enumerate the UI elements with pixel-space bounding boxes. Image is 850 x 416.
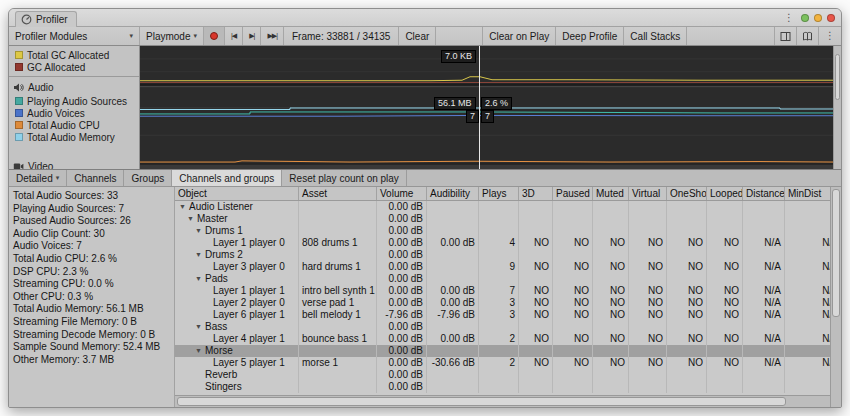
vertical-scrollbar[interactable] (830, 187, 841, 407)
column-header[interactable]: Paused (553, 187, 593, 200)
table-row[interactable]: ▼ Layer 3 player 0 hard drums 1 0.00 dB … (175, 261, 830, 273)
mindist-cell (785, 249, 830, 261)
profiler-chart[interactable]: 7.0 KB 56.1 MB 2.6 % 7 7 (140, 46, 833, 169)
column-header[interactable]: OneShot (667, 187, 707, 200)
mindist-cell: N/A (785, 237, 830, 249)
column-header[interactable]: Asset (299, 187, 377, 200)
table-row[interactable]: ▼ Drums 2 0.00 dB (175, 249, 830, 261)
foldout-arrow-icon[interactable]: ▼ (195, 225, 205, 237)
record-button[interactable] (204, 27, 225, 45)
table-row[interactable]: ▼ Pads 0.00 dB (175, 273, 830, 285)
profiler-modules-dropdown[interactable]: Profiler Modules▾ (9, 27, 140, 45)
legend-item[interactable]: Playing Audio Sources (9, 95, 139, 107)
plays-cell (479, 213, 519, 225)
distance-cell: N/A (743, 357, 785, 369)
column-header[interactable]: Looped (707, 187, 743, 200)
foldout-arrow-icon[interactable]: ▼ (195, 249, 205, 261)
next-frame-button[interactable]: ▶| (243, 27, 261, 45)
details-tab[interactable]: Channels and groups ▾ (172, 170, 282, 186)
context-menu-button[interactable]: ⋮ (819, 27, 841, 45)
column-header[interactable]: Object (175, 187, 299, 200)
3d-cell (519, 213, 553, 225)
table-row[interactable]: ▼ Layer 1 player 1 intro bell synth 1 0.… (175, 285, 830, 297)
legend-item[interactable]: Total Audio Memory (9, 131, 139, 143)
table-row[interactable]: ▼ Reverb 0.00 dB (175, 369, 830, 381)
column-header[interactable]: 3D (519, 187, 553, 200)
column-header[interactable]: Distance (743, 187, 785, 200)
table-row[interactable]: ▼ Layer 5 player 1 morse 1 0.00 dB -30.6… (175, 357, 830, 369)
horizontal-scrollbar[interactable] (175, 395, 830, 407)
legend-item[interactable]: Audio Voices (9, 107, 139, 119)
volume-cell: 0.00 dB (377, 357, 427, 369)
distance-cell: N/A (743, 237, 785, 249)
audibility-cell: 0.00 dB (427, 297, 479, 309)
table-row[interactable]: ▼ Drums 1 0.00 dB (175, 225, 830, 237)
table-row[interactable]: ▼ Master 0.00 dB (175, 213, 830, 225)
column-header[interactable]: Muted (593, 187, 629, 200)
legend-item[interactable]: Total GC Allocated (9, 49, 139, 61)
deep-profile-toggle[interactable]: Deep Profile (556, 27, 624, 45)
foldout-arrow-icon[interactable]: ▼ (195, 273, 205, 285)
current-frame-button[interactable]: ▶▶| (261, 27, 284, 45)
manual-button[interactable] (797, 27, 819, 45)
details-tab[interactable]: Groups ▾ (124, 170, 172, 186)
scrollbar-thumb[interactable] (177, 397, 786, 406)
plays-cell (479, 321, 519, 333)
column-header[interactable]: Plays (479, 187, 519, 200)
playmode-dropdown[interactable]: Playmode▾ (140, 27, 204, 45)
table-row[interactable]: ▼ Layer 4 player 1 bounce bass 1 0.00 dB… (175, 333, 830, 345)
distance-cell (743, 225, 785, 237)
looped-cell: NO (707, 309, 743, 321)
looped-cell (707, 345, 743, 357)
column-header[interactable]: Audibility (427, 187, 479, 200)
stat-line: Streaming CPU: 0.0 % (13, 278, 174, 291)
details-tab[interactable]: Reset play count on play ▾ (282, 170, 407, 186)
3d-cell (519, 369, 553, 381)
table-row[interactable]: ▼ Audio Listener 0.00 dB (175, 201, 830, 213)
object-cell: Layer 1 player 1 (213, 285, 285, 297)
window-control-yellow[interactable] (814, 14, 822, 22)
3d-cell: NO (519, 297, 553, 309)
video-module-header[interactable]: Video (9, 159, 139, 169)
clear-button[interactable]: Clear (399, 27, 436, 45)
window-control-red[interactable] (827, 14, 835, 22)
stat-line: Total Audio Sources: 33 (13, 190, 174, 203)
charts-region: Total GC Allocated GC Allocated Audio (9, 46, 841, 170)
audio-module-label: Audio (28, 82, 54, 93)
playhead[interactable] (479, 46, 480, 169)
foldout-arrow-icon[interactable]: ▼ (195, 321, 205, 333)
scrollbar-thumb[interactable] (835, 54, 840, 100)
column-header[interactable]: MinDist (785, 187, 830, 200)
foldout-arrow-icon[interactable]: ▼ (187, 213, 197, 225)
table-row[interactable]: ▼ Layer 6 player 1 bell melody 1 -7.96 d… (175, 309, 830, 321)
window-menu-icon[interactable]: ⋮ (782, 13, 796, 23)
details-tab[interactable]: Detailed ▾ (9, 170, 67, 186)
table-row[interactable]: ▼ Layer 2 player 0 verse pad 1 0.00 dB 0… (175, 297, 830, 309)
table-row[interactable]: ▼ Layer 1 player 0 808 drums 1 0.00 dB 0… (175, 237, 830, 249)
audio-module-header[interactable]: Audio (9, 80, 139, 95)
3d-cell (519, 225, 553, 237)
foldout-arrow-icon[interactable]: ▼ (179, 201, 189, 213)
clear-on-play-toggle[interactable]: Clear on Play (482, 27, 556, 45)
scrollbar-thumb[interactable] (832, 189, 840, 317)
profiler-tab[interactable]: Profiler (15, 11, 77, 27)
legend-item[interactable]: Total Audio CPU (9, 119, 139, 131)
legend-item[interactable]: GC Allocated (9, 61, 139, 73)
table-row[interactable]: ▼ Morse 0.00 dB (175, 345, 830, 357)
table-row[interactable]: ▼ Bass 0.00 dB (175, 321, 830, 333)
modules-scrollbar[interactable] (833, 46, 841, 169)
table-row[interactable]: ▼ Stingers 0.00 dB (175, 381, 830, 393)
window-control-green[interactable] (801, 14, 809, 22)
call-stacks-toggle[interactable]: Call Stacks (624, 27, 687, 45)
column-header[interactable]: Virtual (629, 187, 667, 200)
volume-cell: 0.00 dB (377, 297, 427, 309)
volume-cell: 0.00 dB (377, 225, 427, 237)
plays-cell (479, 201, 519, 213)
step-forward-icon: ▶| (249, 32, 254, 40)
layout-button[interactable] (775, 27, 797, 45)
column-header[interactable]: Volume (377, 187, 427, 200)
details-tab[interactable]: Channels ▾ (67, 170, 124, 186)
foldout-arrow-icon[interactable]: ▼ (195, 345, 205, 357)
plays-cell (479, 225, 519, 237)
first-frame-button[interactable]: |◀ (225, 27, 243, 45)
